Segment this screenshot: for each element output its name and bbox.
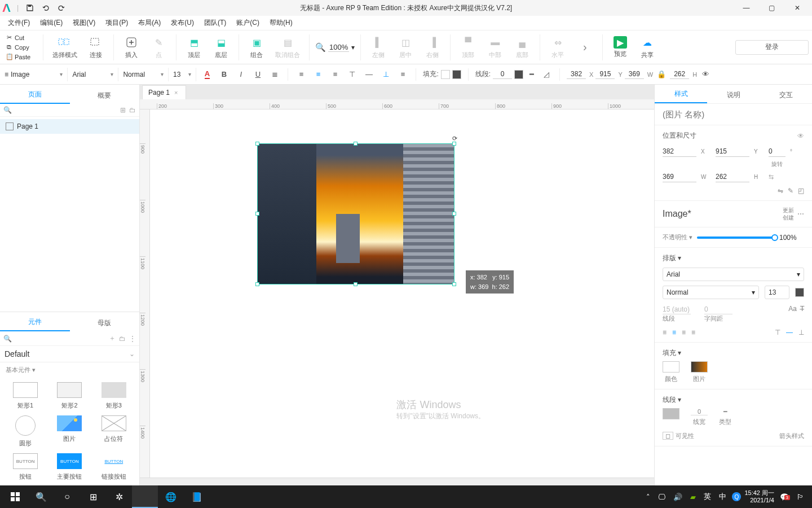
menu-edit[interactable]: 编辑(E) <box>36 16 67 30</box>
line-height-input[interactable]: 15 (auto) <box>663 305 691 314</box>
arrow-style-label[interactable]: 箭头样式 <box>779 432 804 440</box>
tab-pages[interactable]: 页面 <box>0 85 70 104</box>
x-input[interactable]: 382 <box>567 69 586 79</box>
text-align-justify-icon[interactable]: ≡ <box>691 329 695 336</box>
minimize-button[interactable]: — <box>734 0 759 16</box>
inspector-tab-style[interactable]: 样式 <box>655 85 707 103</box>
page-item[interactable]: Page 1 <box>0 119 139 134</box>
align-left-button[interactable]: ▌左侧 <box>367 34 390 60</box>
stroke-swatch[interactable] <box>514 70 523 79</box>
valign-top-button[interactable]: ⊤ <box>346 68 358 81</box>
app-obs-icon[interactable]: ✲ <box>106 485 132 508</box>
tab-masters[interactable]: 母版 <box>70 314 140 331</box>
cut-button[interactable]: ✂Cut <box>3 33 37 42</box>
basic-section-label[interactable]: 基本元件 ▾ <box>0 362 139 378</box>
halign-center-button[interactable]: ≡ <box>312 68 324 81</box>
share-button[interactable]: ☁共享 <box>636 34 659 60</box>
add-folder-icon[interactable]: 🗀 <box>129 106 136 114</box>
text-align-right-icon[interactable]: ≡ <box>682 329 686 336</box>
resize-handle-nw[interactable] <box>255 142 259 146</box>
group-button[interactable]: ▣组合 <box>245 34 268 60</box>
preview-button[interactable]: ▶预览 <box>608 35 632 59</box>
update-style-button[interactable]: 更新 <box>783 207 794 214</box>
fill-image-swatch[interactable] <box>691 361 708 373</box>
widget-button[interactable]: BUTTON按钮 <box>5 453 46 481</box>
task-view-icon[interactable]: ⊞ <box>80 485 106 508</box>
menu-layout[interactable]: 布局(A) <box>134 16 165 30</box>
inspector-tab-interactions[interactable]: 交互 <box>760 86 812 103</box>
widget-rect2[interactable]: 矩形2 <box>48 382 90 410</box>
w-input[interactable]: 369 <box>625 69 644 79</box>
insp-h-input[interactable]: 262 <box>716 172 749 182</box>
menu-file[interactable]: 文件(F) <box>3 16 34 30</box>
menu-project[interactable]: 项目(P) <box>101 16 133 30</box>
tray-ime-icon[interactable]: 英 <box>701 492 713 502</box>
bring-front-button[interactable]: ⬒顶层 <box>182 34 206 60</box>
widget-rect3[interactable]: 矩形3 <box>93 382 135 410</box>
font-weight-select[interactable]: Normal▾ <box>663 286 759 299</box>
fill-swatch[interactable] <box>441 70 450 79</box>
selected-image-widget[interactable]: ⟳ <box>257 143 454 284</box>
insp-y-input[interactable]: 915 <box>716 146 749 157</box>
fill-section-label[interactable]: 填充 ▾ <box>663 348 681 358</box>
underline-button[interactable]: U <box>251 68 264 81</box>
insp-rot-input[interactable]: 0 <box>769 146 785 157</box>
valign-top-icon[interactable]: ⊤ <box>775 329 780 336</box>
create-style-button[interactable]: 创建 <box>783 214 794 221</box>
action-center-icon[interactable]: 💬 <box>778 493 791 501</box>
more-ribbon-button[interactable]: › <box>573 39 597 56</box>
save-icon[interactable] <box>23 1 37 15</box>
canvas-stage[interactable]: 90010001100120013001400 ⟳ x: 382 y: 915 … <box>140 110 654 478</box>
tray-volume-icon[interactable]: 🔊 <box>671 493 685 501</box>
resize-handle-w[interactable] <box>255 212 259 216</box>
page-surface[interactable]: ⟳ x: 382 y: 915 w: 369 h: 262 激活 Windows… <box>150 110 654 478</box>
menu-publish[interactable]: 发布(U) <box>166 16 198 30</box>
app-axure-icon[interactable] <box>132 485 158 508</box>
resize-handle-ne[interactable] <box>452 142 456 146</box>
lib-folder-icon[interactable]: 🗀 <box>119 335 126 343</box>
cortana-icon[interactable]: ○ <box>54 485 80 508</box>
align-right-button[interactable]: ▐右侧 <box>421 34 444 60</box>
text-color-swatch[interactable] <box>795 288 804 297</box>
edit-points-icon[interactable]: ✎ <box>788 187 793 195</box>
distribute-h-button[interactable]: ⇔水平 <box>546 34 570 60</box>
valign-bottom-button[interactable]: ⊥ <box>379 68 392 81</box>
widget-name-input[interactable] <box>663 110 804 119</box>
line-spacing-button[interactable]: ≡ <box>396 68 409 81</box>
halign-left-button[interactable]: ≡ <box>295 68 307 81</box>
font-size-input[interactable]: 13▾ <box>173 68 196 81</box>
letter-spacing-input[interactable]: 0 <box>704 305 732 314</box>
app-notepad-icon[interactable]: 📘 <box>184 485 210 508</box>
fill-color-swatch[interactable] <box>663 361 679 373</box>
fill-swatch-dark[interactable] <box>452 70 461 79</box>
add-lib-icon[interactable]: ＋ <box>109 334 116 343</box>
case-icon[interactable]: Aa <box>788 305 797 323</box>
paste-button[interactable]: 📋Paste <box>3 52 37 61</box>
inspector-tab-notes[interactable]: 说明 <box>707 86 760 103</box>
clock[interactable]: 15:42 周一 2021/1/4 <box>744 489 774 504</box>
y-input[interactable]: 915 <box>595 69 615 79</box>
border-type-icon[interactable]: ━ <box>723 408 727 415</box>
insp-w-input[interactable]: 369 <box>663 172 696 182</box>
insp-x-input[interactable]: 382 <box>663 146 696 157</box>
tray-q-icon[interactable]: Q <box>732 492 741 501</box>
resize-handle-se[interactable] <box>452 282 456 286</box>
pages-search-input[interactable] <box>15 106 117 114</box>
border-width-input[interactable]: 0 <box>691 408 708 415</box>
copy-button[interactable]: ⧉Copy <box>3 43 37 51</box>
redo-icon[interactable] <box>55 1 68 15</box>
font-family-select[interactable]: Arial▾ <box>663 268 804 281</box>
undo-icon[interactable] <box>39 1 52 15</box>
opacity-slider[interactable] <box>697 237 775 239</box>
crop-icon[interactable]: ◰ <box>798 187 804 195</box>
library-dropdown[interactable]: Default ⌄ <box>0 346 139 362</box>
visibility-checkbox[interactable]: ◻ <box>663 432 673 440</box>
connect-button[interactable]: 连接 <box>84 34 108 60</box>
resize-handle-sw[interactable] <box>255 282 259 286</box>
applied-style-name[interactable]: Image* <box>663 209 691 219</box>
search-taskbar-icon[interactable]: 🔍 <box>28 485 54 508</box>
shape-type-dropdown[interactable]: ≡Image▾ <box>5 68 68 81</box>
widget-link-button[interactable]: BUTTON链接按钮 <box>93 453 135 481</box>
tab-outline[interactable]: 概要 <box>70 86 140 104</box>
text-align-left-icon[interactable]: ≡ <box>663 329 667 336</box>
